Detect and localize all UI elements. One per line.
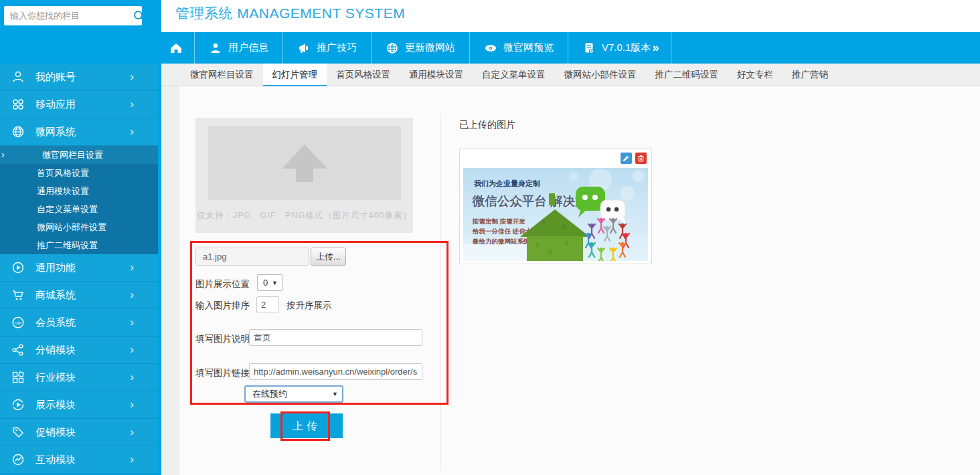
submenu-item-site-column-settings[interactable]: ›微官网栏目设置 [0, 146, 158, 164]
sidebar-item-general-functions[interactable]: 通用功能 › [0, 254, 158, 282]
position-select[interactable]: 0 ▼ [257, 274, 282, 291]
share-icon [11, 343, 25, 357]
submenu-item-widget-settings[interactable]: 微网站小部件设置 [0, 218, 158, 236]
sidebar-item-label: 分销模块 [35, 344, 130, 357]
user-icon [11, 70, 25, 84]
globe-icon [11, 124, 25, 139]
description-label: 填写图片说明 [195, 333, 250, 345]
sidebar-item-label: 会员系统 [35, 316, 130, 329]
uploaded-banner-image[interactable]: 我们为企业量身定制 微信公众平台 解决方案 微信公众平台 解决方案 按需定制 按… [463, 168, 648, 261]
chevron-right-icon: › [130, 98, 134, 111]
sidebar-menu: 我的账号 › 移动应用 › 微网系统 › ›微官网栏目设置 首页风格设置 通用模… [0, 64, 158, 474]
sidebar-search-row [0, 0, 158, 31]
nav-item-promotion-tips[interactable]: 推广技巧 [283, 32, 372, 64]
upload-preview-area [208, 126, 401, 200]
svg-text:VIP: VIP [15, 321, 21, 325]
sidebar-item-my-account[interactable]: 我的账号 › [0, 64, 158, 91]
tab-home-style-settings[interactable]: 首页风格设置 [327, 64, 400, 86]
version-doc-icon [582, 41, 596, 55]
nav-item-label: 微官网预览 [503, 41, 554, 54]
chevron-right-icon: › [130, 453, 134, 466]
nav-item-label: 更新微网站 [405, 41, 455, 54]
tab-articles-column[interactable]: 好文专栏 [728, 64, 783, 86]
sidebar-item-label: 展示模块 [35, 399, 130, 411]
file-name-field[interactable]: a1.jpg [195, 248, 309, 266]
uploaded-image-actions [621, 153, 647, 164]
description-input[interactable] [249, 329, 422, 346]
order-label: 输入图片排序 [195, 300, 250, 312]
submenu-item-label: 首页风格设置 [37, 168, 89, 178]
link-label: 填写图片链接 [195, 367, 250, 379]
search-icon[interactable] [132, 9, 147, 23]
sidebar-submenu: ›微官网栏目设置 首页风格设置 通用模块设置 自定义菜单设置 微网站小部件设置 … [0, 146, 158, 254]
tab-general-module-settings[interactable]: 通用模块设置 [400, 64, 473, 86]
position-label: 图片展示位置 [195, 278, 250, 290]
sidebar-item-label: 促销模块 [35, 426, 130, 439]
tab-widget-settings[interactable]: 微网站小部件设置 [555, 64, 646, 86]
page-title: 管理系统 MANAGEMENT SYSTEM [175, 4, 405, 23]
chevron-right-icon: › [130, 343, 134, 357]
sidebar-item-member-system[interactable]: VIP 会员系统 › [0, 309, 158, 337]
nav-item-label: V7.0.1版本 [602, 41, 651, 54]
tab-site-column-settings[interactable]: 微官网栏目设置 [181, 64, 263, 86]
browse-button[interactable]: 上传... [311, 248, 346, 266]
tab-label: 幻灯片管理 [272, 70, 318, 80]
chevron-right-icon: › [130, 425, 134, 439]
tab-slideshow-management[interactable]: 幻灯片管理 [263, 64, 327, 86]
sidebar-item-mall-system[interactable]: 商城系统 › [0, 282, 158, 309]
play-circle-icon [11, 260, 25, 275]
sidebar-item-label: 移动应用 [35, 98, 130, 111]
search-input[interactable] [4, 11, 132, 21]
content-card: 仅支持：JPG、GIF、PNG格式（图片尺寸400像素） a1.jpg 上传..… [179, 86, 980, 475]
sidebar-item-display-module[interactable]: 展示模块 › [0, 391, 158, 419]
sidebar-item-label: 通用功能 [35, 262, 130, 274]
sidebar-item-mobile-apps[interactable]: 移动应用 › [0, 91, 158, 118]
order-hint: 按升序展示 [287, 300, 332, 312]
nav-item-user-info[interactable]: 用户信息 [195, 32, 283, 64]
tab-label: 微网站小部件设置 [564, 70, 637, 80]
search-box [4, 6, 142, 25]
submenu-item-label: 自定义菜单设置 [37, 204, 98, 214]
edit-icon[interactable] [621, 153, 632, 164]
sidebar-item-promotion-module[interactable]: 促销模块 › [0, 419, 158, 446]
chevron-right-icon: › [130, 70, 134, 84]
nav-item-home[interactable] [158, 32, 195, 64]
delete-icon[interactable] [635, 153, 647, 164]
tab-label: 推广二维码设置 [655, 70, 719, 80]
submenu-item-custom-menu-settings[interactable]: 自定义菜单设置 [0, 200, 158, 218]
sidebar-item-distribution-module[interactable]: 分销模块 › [0, 337, 158, 364]
submenu-item-label: 推广二维码设置 [37, 240, 98, 250]
sidebar-item-label: 微网系统 [35, 126, 130, 138]
nav-item-label: 推广技巧 [317, 41, 357, 54]
submenu-item-label: 微网站小部件设置 [37, 222, 106, 232]
dropdown-arrow-icon: ▼ [332, 391, 342, 397]
banner-line1: 我们为企业量身定制 [473, 179, 540, 187]
image-upload-dropzone[interactable]: 仅支持：JPG、GIF、PNG格式（图片尺寸400像素） [195, 118, 413, 233]
nav-item-version[interactable]: V7.0.1版本 » [568, 32, 671, 64]
management-system-app: 我的账号 › 移动应用 › 微网系统 › ›微官网栏目设置 首页风格设置 通用模… [0, 0, 980, 475]
main-content: 微官网栏目设置 幻灯片管理 首页风格设置 通用模块设置 自定义菜单设置 微网站小… [161, 64, 980, 475]
submenu-item-home-style-settings[interactable]: 首页风格设置 [0, 164, 158, 182]
order-input[interactable] [256, 296, 279, 312]
link-input[interactable] [249, 363, 422, 380]
sidebar-item-micro-site-system[interactable]: 微网系统 › [0, 118, 158, 146]
uploaded-image-card: 我们为企业量身定制 微信公众平台 解决方案 微信公众平台 解决方案 按需定制 按… [459, 149, 652, 264]
sidebar-item-interactive-module[interactable]: 互动模块 › [0, 446, 158, 474]
upload-submit-button[interactable]: 上传 [270, 413, 343, 438]
sidebar-item-industry-module[interactable]: 行业模块 › [0, 364, 158, 391]
top-navigation: 用户信息 推广技巧 更新微网站 微官网预览 V7.0.1版本 » [158, 32, 980, 64]
nav-item-update-microsite[interactable]: 更新微网站 [372, 32, 470, 64]
tab-promotion-marketing[interactable]: 推广营销 [783, 64, 837, 86]
submenu-item-qrcode-settings[interactable]: 推广二维码设置 [0, 236, 158, 254]
tab-label: 首页风格设置 [336, 70, 390, 80]
tab-qrcode-settings[interactable]: 推广二维码设置 [646, 64, 728, 86]
upload-arrow-icon [282, 145, 327, 169]
nav-item-microsite-preview[interactable]: 微官网预览 [470, 32, 568, 64]
uploaded-images-title: 已上传的图片 [459, 119, 515, 131]
eye-icon [484, 41, 497, 55]
link-target-select[interactable]: 在线预约 ▼ [244, 385, 343, 403]
submenu-item-general-module-settings[interactable]: 通用模块设置 [0, 182, 158, 200]
tab-custom-menu-settings[interactable]: 自定义菜单设置 [473, 64, 555, 86]
sidebar: 我的账号 › 移动应用 › 微网系统 › ›微官网栏目设置 首页风格设置 通用模… [0, 0, 161, 475]
sidebar-item-label: 商城系统 [35, 289, 130, 302]
